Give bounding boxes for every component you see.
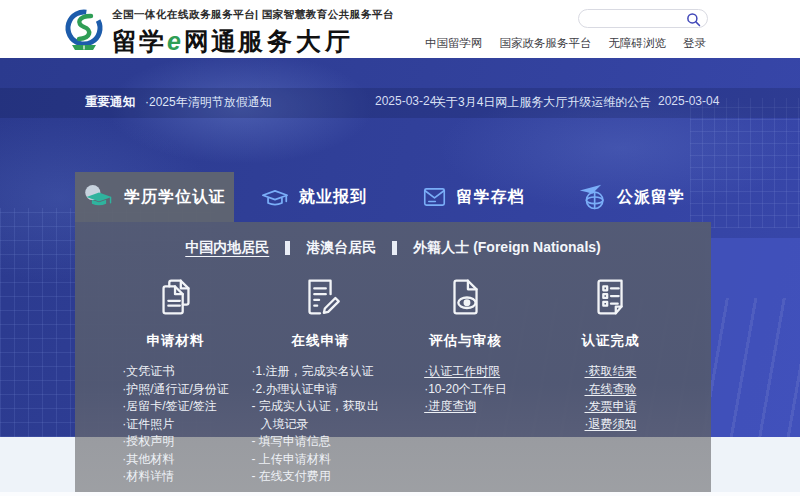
notice-link-1[interactable]: ·2025年清明节放假通知	[145, 94, 272, 111]
site-title-part3: 网通	[184, 27, 238, 55]
process-item: ·证件照片	[122, 416, 229, 434]
process-list: ·1.注册，完成实名认证·2.办理认证申请- 完成实人认证，获取出入境记录- 填…	[252, 363, 390, 486]
process-item: ·其他材料	[122, 451, 229, 469]
process-link[interactable]: ·认证工作时限	[424, 363, 507, 381]
header-titles: 全国一体化在线政务服务平台| 国家智慧教育公共服务平台 留学e网通服务大厅	[112, 8, 394, 58]
column-title: 评估与审核	[393, 332, 538, 350]
nav-link-accessibility[interactable]: 无障碍浏览	[609, 36, 667, 51]
column-certification-complete: 认证完成·获取结果·在线查验·发票申请·退费须知	[538, 271, 683, 486]
process-item: - 上传申请材料	[252, 451, 390, 469]
service-panel: 中国内地居民港澳台居民外籍人士 (Foreign Nationals) 申请材料…	[75, 222, 711, 492]
site-logo-icon	[62, 7, 106, 55]
audience-tabs: 中国内地居民港澳台居民外籍人士 (Foreign Nationals)	[75, 239, 711, 257]
document-eye-icon	[393, 271, 538, 323]
column-online-application: 在线申请·1.注册，完成实名认证·2.办理认证申请- 完成实人认证，获取出入境记…	[248, 271, 393, 486]
process-link[interactable]: ·发票申请	[585, 398, 637, 416]
tab-label: 就业报到	[299, 187, 367, 208]
graduation-cap-outline-icon	[260, 184, 290, 210]
tab-study-archive[interactable]: 留学存档	[393, 172, 552, 222]
site-title-part1: 留学	[112, 27, 166, 55]
process-list: ·文凭证书·护照/通行证/身份证·居留卡/签证/签注·证件照片·授权声明·其他材…	[122, 363, 229, 486]
process-item: - 填写申请信息	[252, 433, 390, 451]
column-title: 认证完成	[538, 332, 683, 350]
process-item: ·文凭证书	[122, 363, 229, 381]
process-columns: 申请材料·文凭证书·护照/通行证/身份证·居留卡/签证/签注·证件照片·授权声明…	[75, 271, 711, 486]
process-item: ·材料详情	[122, 468, 229, 486]
graduation-cap-icon	[83, 183, 115, 211]
process-list: ·获取结果·在线查验·发票申请·退费须知	[585, 363, 637, 433]
archive-document-icon	[421, 184, 448, 210]
process-link[interactable]: ·进度查询	[424, 398, 507, 416]
audience-tab-foreign-nationals[interactable]: 外籍人士 (Foreign Nationals)	[413, 239, 600, 257]
process-item: - 在线支付费用	[252, 468, 390, 486]
process-item: ·居留卡/签证/签注	[122, 398, 229, 416]
process-item: ·2.办理认证申请	[252, 381, 390, 399]
tab-label: 留学存档	[457, 187, 525, 208]
tab-employment-report[interactable]: 就业报到	[234, 172, 393, 222]
site-title-part4: 服务大厅	[238, 27, 354, 55]
checklist-icon	[538, 271, 683, 323]
process-list: ·认证工作时限·10-20个工作日·进度查询	[424, 363, 507, 416]
plane-globe-icon	[578, 183, 608, 211]
subtab-separator	[285, 241, 290, 255]
process-item: - 完成实人认证，获取出入境记录	[252, 398, 390, 433]
documents-icon	[103, 271, 248, 323]
column-assessment-review: 评估与审核·认证工作时限·10-20个工作日·进度查询	[393, 271, 538, 486]
tab-label: 学历学位认证	[124, 187, 226, 208]
search-box[interactable]	[578, 9, 708, 28]
notice-date-2: 2025-03-04	[658, 94, 719, 108]
platform-title: 全国一体化在线政务服务平台| 国家智慧教育公共服务平台	[112, 8, 394, 22]
process-link[interactable]: ·在线查验	[585, 381, 637, 399]
process-item: ·1.注册，完成实名认证	[252, 363, 390, 381]
service-tabs: 学历学位认证就业报到留学存档公派留学	[75, 172, 711, 222]
tab-state-sponsored-study[interactable]: 公派留学	[552, 172, 711, 222]
nav-link-china-study-abroad[interactable]: 中国留学网	[425, 36, 483, 51]
nav-link-gov-service-platform[interactable]: 国家政务服务平台	[500, 36, 592, 51]
site-header: 全国一体化在线政务服务平台| 国家智慧教育公共服务平台 留学e网通服务大厅 中国…	[0, 0, 800, 58]
search-input[interactable]	[587, 11, 685, 26]
notice-label: 重要通知	[85, 94, 135, 111]
process-link[interactable]: ·退费须知	[585, 416, 637, 434]
notice-bar: 重要通知 ·2025年清明节放假通知 2025-03-24 ·关于3月4日网上服…	[0, 94, 800, 112]
column-application-materials: 申请材料·文凭证书·护照/通行证/身份证·居留卡/签证/签注·证件照片·授权声明…	[103, 271, 248, 486]
notice-date-1: 2025-03-24	[375, 94, 436, 108]
search-icon[interactable]	[686, 12, 701, 27]
process-item: ·护照/通行证/身份证	[122, 381, 229, 399]
bottom-strip	[0, 492, 800, 496]
nav-link-login[interactable]: 登录	[683, 36, 706, 51]
process-item: ·授权声明	[122, 433, 229, 451]
column-title: 在线申请	[248, 332, 393, 350]
page: 全国一体化在线政务服务平台| 国家智慧教育公共服务平台 留学e网通服务大厅 中国…	[0, 0, 800, 496]
column-title: 申请材料	[103, 332, 248, 350]
site-title: 留学e网通服务大厅	[112, 25, 394, 58]
audience-tab-hk-mo-tw[interactable]: 港澳台居民	[306, 239, 376, 257]
notice-link-2[interactable]: ·关于3月4日网上服务大厅升级运维的公告	[430, 94, 651, 111]
process-item: ·10-20个工作日	[424, 381, 507, 399]
form-pencil-icon	[248, 271, 393, 323]
process-link[interactable]: ·获取结果	[585, 363, 637, 381]
subtab-separator	[392, 241, 397, 255]
site-title-e: e	[166, 27, 184, 55]
audience-tab-mainland[interactable]: 中国内地居民	[185, 239, 269, 257]
tab-label: 公派留学	[617, 187, 685, 208]
header-nav: 中国留学网国家政务服务平台无障碍浏览登录	[425, 36, 706, 51]
tab-degree-certification[interactable]: 学历学位认证	[75, 172, 234, 222]
